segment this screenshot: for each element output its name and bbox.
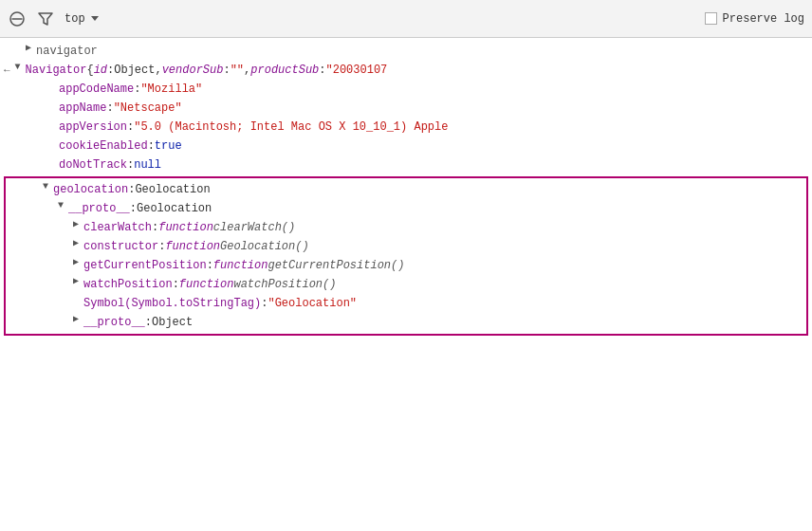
devtools-toolbar: top Preserve log <box>0 0 812 38</box>
expand-icon[interactable] <box>70 238 82 249</box>
list-item: appVersion : "5.0 (Macintosh; Intel Mac … <box>0 118 812 137</box>
console-content: navigator ← Navigator { id : Object , ve… <box>0 38 812 531</box>
navigator-label: navigator <box>36 43 98 60</box>
collapse-icon[interactable] <box>40 181 51 192</box>
svg-marker-2 <box>39 13 52 25</box>
list-item: clearWatch : function clearWatch() <box>6 218 806 237</box>
list-item: Symbol(Symbol.toStringTag) : "Geolocatio… <box>6 294 806 313</box>
list-item: ← Navigator { id : Object , vendorSub : … <box>0 61 812 80</box>
list-item: doNotTrack : null <box>0 156 812 174</box>
list-item: appCodeName : "Mozilla" <box>0 80 812 99</box>
collapse-icon[interactable] <box>55 200 66 211</box>
list-item: watchPosition : function watchPosition() <box>6 275 806 294</box>
collapse-icon[interactable] <box>12 62 24 73</box>
list-item: constructor : function Geolocation() <box>6 237 806 256</box>
geolocation-highlight-box: geolocation : Geolocation __proto__ : Ge… <box>4 176 808 336</box>
context-dropdown-arrow[interactable] <box>91 16 99 21</box>
preserve-log-checkbox[interactable] <box>705 12 717 25</box>
list-item: geolocation : Geolocation <box>6 180 806 199</box>
preserve-log-label: Preserve log <box>723 12 804 26</box>
navigator-class-key: Navigator <box>26 62 87 79</box>
preserve-log-container: Preserve log <box>705 12 804 26</box>
list-item: cookieEnabled : true <box>0 137 812 156</box>
list-item: appName : "Netscape" <box>0 99 812 118</box>
context-label: top <box>65 12 85 26</box>
no-entry-icon[interactable] <box>8 9 27 28</box>
list-item: __proto__ : Geolocation <box>6 199 806 218</box>
list-item: getCurrentPosition : function getCurrent… <box>6 256 806 275</box>
list-item: __proto__ : Object <box>6 313 806 332</box>
expand-icon[interactable] <box>70 276 82 287</box>
list-item: navigator <box>0 42 812 61</box>
context-selector[interactable]: top <box>65 12 99 26</box>
expand-icon[interactable] <box>70 314 82 325</box>
expand-icon[interactable] <box>70 257 82 268</box>
expand-icon[interactable] <box>23 43 34 54</box>
expand-icon[interactable] <box>70 219 82 230</box>
filter-icon[interactable] <box>36 9 55 28</box>
